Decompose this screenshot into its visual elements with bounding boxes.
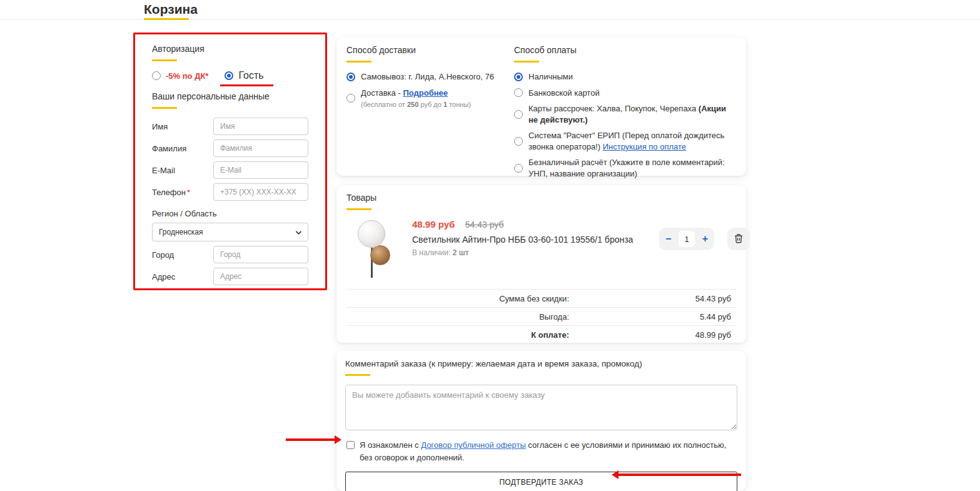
radio-icon[interactable] bbox=[514, 110, 523, 119]
payment-heading: Способ оплаты bbox=[514, 45, 736, 55]
radio-checked-icon[interactable] bbox=[346, 73, 355, 81]
email-field[interactable] bbox=[213, 161, 308, 179]
terms-checkbox[interactable] bbox=[346, 441, 355, 449]
price-row: 48.99 руб 54.43 руб bbox=[412, 219, 656, 230]
order-summary: Сумма без скидки: 54.43 руб Выгода: 5.44… bbox=[346, 289, 736, 343]
heading-accent-line bbox=[346, 208, 371, 210]
summary-row-total: К оплате: 48.99 руб bbox=[346, 325, 736, 343]
city-label: Город bbox=[152, 250, 174, 260]
heading-accent-line bbox=[152, 107, 177, 109]
product-info: 48.99 руб 54.43 руб Светильник Айтин-Про… bbox=[412, 219, 656, 257]
payment-option-erip[interactable]: Система "Расчет" ЕРИП (Перед оплатой дож… bbox=[514, 130, 736, 152]
price-old: 54.43 руб bbox=[465, 220, 504, 230]
quantity-input[interactable] bbox=[679, 231, 695, 247]
annotation-arrow-to-checkbox bbox=[286, 438, 335, 441]
email-label: E-Mail bbox=[152, 166, 175, 175]
delivery-option-courier[interactable]: Доставка - Подробнее (бесплатно от 250 р… bbox=[346, 88, 514, 109]
trash-icon bbox=[733, 233, 744, 246]
region-label: Регион / Область bbox=[152, 209, 308, 218]
terms-text: Я ознакомлен с Договор публичной оферты … bbox=[360, 439, 735, 463]
region-select[interactable]: Гродненская bbox=[152, 223, 308, 241]
delivery-note: (бесплатно от 250 руб до 1 тонны) bbox=[361, 100, 471, 109]
summary-row-discount: Выгода: 5.44 руб bbox=[346, 307, 736, 325]
heading-accent-line bbox=[346, 61, 371, 63]
products-heading: Товары bbox=[346, 193, 736, 203]
radio-checked-icon[interactable] bbox=[514, 73, 523, 81]
radio-icon[interactable] bbox=[514, 164, 523, 173]
courier-label: Доставка - bbox=[361, 88, 403, 98]
comment-card: Комментарий заказа (к примеру: желаемая … bbox=[336, 351, 746, 491]
radio-icon[interactable] bbox=[514, 137, 523, 146]
product-name[interactable]: Светильник Айтин-Про НББ 03-60-101 19556… bbox=[412, 235, 656, 245]
region-select-wrap: Гродненская bbox=[152, 223, 308, 241]
delivery-details-link[interactable]: Подробнее bbox=[403, 88, 448, 98]
surname-field[interactable] bbox=[213, 139, 308, 157]
page-title: Корзина bbox=[144, 2, 198, 17]
order-comment-textarea[interactable] bbox=[345, 385, 737, 430]
authorization-panel: Авторизация -5% по ДК* Гость Ваши персон… bbox=[133, 33, 327, 290]
summary-row-subtotal: Сумма без скидки: 54.43 руб bbox=[346, 289, 736, 307]
products-card: Товары 48.99 руб 54.43 руб Светильник Ай… bbox=[336, 185, 746, 343]
name-field[interactable] bbox=[213, 118, 308, 135]
product-image[interactable] bbox=[355, 220, 390, 278]
personal-data-heading: Ваши персональные данные bbox=[152, 91, 308, 101]
radio-icon[interactable] bbox=[152, 71, 161, 80]
form-row-email: E-Mail bbox=[152, 161, 308, 179]
terms-agreement-row: Я ознакомлен с Договор публичной оферты … bbox=[346, 439, 737, 463]
surname-label: Фамилия bbox=[152, 144, 186, 153]
radio-discount-label: -5% по ДК* bbox=[166, 71, 208, 81]
delivery-heading: Способ доставки bbox=[346, 45, 514, 55]
radio-icon[interactable] bbox=[346, 94, 355, 103]
annotation-arrow-to-confirm-button bbox=[619, 473, 741, 476]
form-row-name: Имя bbox=[152, 118, 308, 135]
title-accent-underline bbox=[144, 18, 189, 20]
auth-type-radios: -5% по ДК* Гость bbox=[152, 70, 308, 81]
stock-status: В наличии: 2 шт bbox=[412, 248, 656, 257]
form-row-surname: Фамилия bbox=[152, 139, 308, 157]
quantity-increase-button[interactable]: + bbox=[702, 234, 708, 244]
remove-item-button[interactable] bbox=[727, 228, 750, 250]
offer-agreement-link[interactable]: Договор публичной оферты bbox=[421, 440, 526, 450]
address-field[interactable] bbox=[213, 268, 308, 285]
payment-option-cash[interactable]: Наличными bbox=[514, 71, 736, 83]
heading-accent-line bbox=[152, 59, 177, 61]
radio-guest-label: Гость bbox=[238, 70, 263, 81]
heading-accent-line bbox=[345, 374, 370, 376]
form-row-city: Город bbox=[152, 246, 308, 263]
form-row-address: Адрес bbox=[152, 268, 308, 285]
price-current: 48.99 руб bbox=[412, 219, 455, 230]
name-label: Имя bbox=[152, 122, 168, 131]
city-field[interactable] bbox=[213, 246, 308, 263]
heading-accent-line bbox=[514, 61, 539, 63]
phone-label: Телефон* bbox=[152, 188, 190, 197]
pickup-label: Самовывоз: г. Лида, А.Невского, 76 bbox=[361, 71, 494, 83]
quantity-decrease-button[interactable]: − bbox=[665, 234, 671, 244]
cart-page: Корзина Авторизация -5% по ДК* Гость Ваш… bbox=[0, 0, 980, 491]
delivery-payment-card: Способ доставки Самовывоз: г. Лида, А.Не… bbox=[336, 38, 746, 176]
required-asterisk: * bbox=[187, 188, 190, 197]
delivery-section: Способ доставки Самовывоз: г. Лида, А.Не… bbox=[346, 45, 514, 168]
payment-option-installment[interactable]: Карты рассрочек: Халва, Покупок, Черепах… bbox=[514, 103, 736, 125]
payment-section: Способ оплаты Наличными Банковской карто… bbox=[514, 45, 736, 168]
comment-heading: Комментарий заказа (к примеру: желаемая … bbox=[345, 359, 737, 368]
payment-option-card[interactable]: Банковской картой bbox=[514, 88, 736, 99]
guest-red-underline bbox=[220, 84, 273, 86]
form-row-phone: Телефон* bbox=[152, 183, 308, 201]
payment-instruction-link[interactable]: Инструкция по оплате bbox=[603, 142, 686, 151]
quantity-stepper: − + bbox=[659, 228, 714, 250]
payment-option-cashless[interactable]: Безналичный расчёт (Укажите в поле комме… bbox=[514, 157, 736, 179]
radio-icon[interactable] bbox=[514, 88, 523, 97]
cart-item-row: 48.99 руб 54.43 руб Светильник Айтин-Про… bbox=[346, 219, 736, 281]
delivery-option-pickup[interactable]: Самовывоз: г. Лида, А.Невского, 76 bbox=[346, 71, 514, 83]
radio-checked-icon[interactable] bbox=[225, 71, 233, 80]
phone-field[interactable] bbox=[213, 183, 308, 201]
address-label: Адрес bbox=[152, 272, 175, 281]
authorization-heading: Авторизация bbox=[152, 44, 308, 54]
radio-guest[interactable]: Гость bbox=[225, 70, 263, 81]
radio-discount-card[interactable]: -5% по ДК* bbox=[152, 71, 208, 81]
